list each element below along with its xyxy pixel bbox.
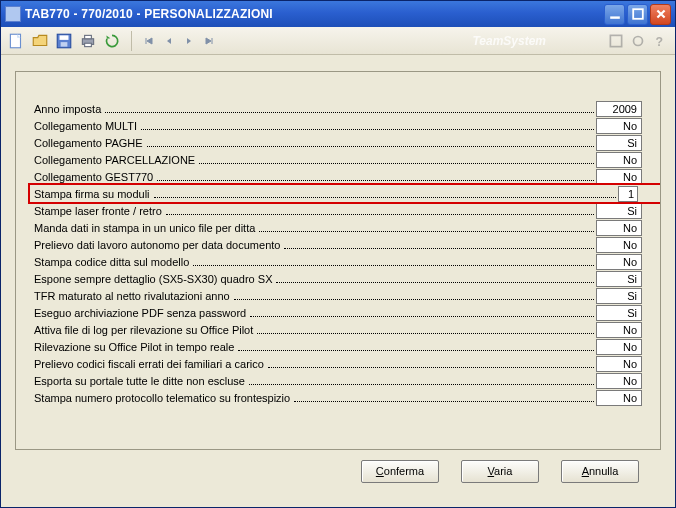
setting-value[interactable]: Si bbox=[596, 203, 642, 219]
brand-logo: TeamSystem bbox=[472, 34, 546, 48]
setting-value[interactable]: No bbox=[596, 373, 642, 389]
setting-label: Collegamento GEST770 bbox=[34, 171, 155, 183]
setting-value[interactable]: Si bbox=[596, 288, 642, 304]
vary-button[interactable]: Varia bbox=[461, 460, 539, 483]
leader-dots bbox=[284, 239, 594, 249]
leader-dots bbox=[193, 256, 594, 266]
setting-value[interactable]: Si bbox=[596, 271, 642, 287]
leader-dots bbox=[166, 205, 594, 215]
leader-dots bbox=[250, 307, 594, 317]
nav-prev-icon[interactable] bbox=[162, 34, 176, 48]
setting-value[interactable]: Si bbox=[596, 135, 642, 151]
setting-value[interactable]: No bbox=[596, 339, 642, 355]
leader-dots bbox=[259, 222, 594, 232]
close-button[interactable] bbox=[650, 4, 671, 25]
setting-value[interactable]: No bbox=[596, 152, 642, 168]
leader-dots bbox=[238, 341, 594, 351]
leader-dots bbox=[268, 358, 594, 368]
app-window: TAB770 - 770/2010 - PERSONALIZZAZIONI Te… bbox=[0, 0, 676, 508]
setting-label: Espone sempre dettaglio (SX5-SX30) quadr… bbox=[34, 273, 274, 285]
new-doc-icon[interactable] bbox=[7, 32, 25, 50]
toolbar: TeamSystem ? bbox=[1, 27, 675, 55]
setting-row: Manda dati in stampa in un unico file pe… bbox=[34, 219, 642, 236]
setting-label: Stampa numero protocollo telematico su f… bbox=[34, 392, 292, 404]
setting-label: Rilevazione su Office Pilot in tempo rea… bbox=[34, 341, 236, 353]
setting-value[interactable]: No bbox=[596, 118, 642, 134]
titlebar[interactable]: TAB770 - 770/2010 - PERSONALIZZAZIONI bbox=[1, 1, 675, 27]
setting-label: Eseguo archiviazione PDF senza password bbox=[34, 307, 248, 319]
svg-rect-9 bbox=[610, 35, 621, 46]
setting-label: Collegamento MULTI bbox=[34, 120, 139, 132]
window-title: TAB770 - 770/2010 - PERSONALIZZAZIONI bbox=[25, 7, 604, 21]
minimize-button[interactable] bbox=[604, 4, 625, 25]
leader-dots bbox=[234, 290, 594, 300]
setting-row: Collegamento PAGHESi bbox=[34, 134, 642, 151]
help-icon[interactable]: ? bbox=[651, 32, 669, 50]
leader-dots bbox=[257, 324, 594, 334]
svg-rect-7 bbox=[85, 35, 92, 38]
nav-first-icon[interactable] bbox=[142, 34, 156, 48]
highlight-code-input[interactable]: 1 bbox=[618, 186, 638, 202]
setting-row: Esporta su portale tutte le ditte non es… bbox=[34, 372, 642, 389]
leader-dots bbox=[276, 273, 594, 283]
tool-right-2-icon[interactable] bbox=[629, 32, 647, 50]
nav-next-icon[interactable] bbox=[182, 34, 196, 48]
setting-value[interactable]: No bbox=[596, 220, 642, 236]
tool-right-1-icon[interactable] bbox=[607, 32, 625, 50]
setting-row: Attiva file di log per rilevazione su Of… bbox=[34, 321, 642, 338]
maximize-button[interactable] bbox=[627, 4, 648, 25]
setting-value[interactable]: No bbox=[596, 169, 642, 185]
svg-rect-4 bbox=[60, 35, 69, 40]
setting-row: Stampa numero protocollo telematico su f… bbox=[34, 389, 642, 406]
confirm-button[interactable]: Conferma bbox=[361, 460, 439, 483]
open-folder-icon[interactable] bbox=[31, 32, 49, 50]
setting-value[interactable]: No bbox=[596, 254, 642, 270]
setting-row: Prelievo codici fiscali errati dei famil… bbox=[34, 355, 642, 372]
setting-label: Esporta su portale tutte le ditte non es… bbox=[34, 375, 247, 387]
svg-text:?: ? bbox=[656, 34, 664, 48]
setting-value[interactable]: 2009 bbox=[596, 101, 642, 117]
leader-dots bbox=[199, 154, 594, 164]
leader-dots bbox=[154, 188, 616, 198]
settings-panel: Anno imposta2009Collegamento MULTINoColl… bbox=[15, 71, 661, 450]
refresh-icon[interactable] bbox=[103, 32, 121, 50]
setting-label: Prelievo codici fiscali errati dei famil… bbox=[34, 358, 266, 370]
leader-dots bbox=[157, 171, 594, 181]
setting-row: Collegamento MULTINo bbox=[34, 117, 642, 134]
svg-rect-0 bbox=[610, 16, 620, 18]
app-icon bbox=[5, 6, 21, 22]
setting-label: Prelievo dati lavoro autonomo per data d… bbox=[34, 239, 282, 251]
leader-dots bbox=[141, 120, 594, 130]
setting-value[interactable]: No bbox=[596, 237, 642, 253]
footer-buttons: Conferma Varia Annulla bbox=[15, 450, 661, 499]
setting-row: Anno imposta2009 bbox=[34, 100, 642, 117]
svg-rect-1 bbox=[633, 9, 643, 19]
print-icon[interactable] bbox=[79, 32, 97, 50]
setting-row: Rilevazione su Office Pilot in tempo rea… bbox=[34, 338, 642, 355]
nav-last-icon[interactable] bbox=[202, 34, 216, 48]
setting-label: Collegamento PAGHE bbox=[34, 137, 145, 149]
save-icon[interactable] bbox=[55, 32, 73, 50]
cancel-button[interactable]: Annulla bbox=[561, 460, 639, 483]
svg-rect-5 bbox=[61, 42, 68, 47]
setting-row: TFR maturato al netto rivalutazioni anno… bbox=[34, 287, 642, 304]
setting-row: Collegamento PARCELLAZIONENo bbox=[34, 151, 642, 168]
setting-label: Attiva file di log per rilevazione su Of… bbox=[34, 324, 255, 336]
setting-row: Stampa codice ditta sul modelloNo bbox=[34, 253, 642, 270]
setting-row: Espone sempre dettaglio (SX5-SX30) quadr… bbox=[34, 270, 642, 287]
setting-label: TFR maturato al netto rivalutazioni anno bbox=[34, 290, 232, 302]
setting-label: Anno imposta bbox=[34, 103, 103, 115]
setting-value[interactable]: No bbox=[596, 390, 642, 406]
setting-row: Collegamento GEST770No bbox=[34, 168, 642, 185]
setting-value[interactable]: Si bbox=[596, 305, 642, 321]
setting-label: Stampe laser fronte / retro bbox=[34, 205, 164, 217]
setting-value[interactable]: No bbox=[596, 356, 642, 372]
leader-dots bbox=[294, 392, 594, 402]
setting-label: Collegamento PARCELLAZIONE bbox=[34, 154, 197, 166]
setting-row: Stampe laser fronte / retroSi bbox=[34, 202, 642, 219]
setting-row: Stampa firma su moduli1Presente bbox=[34, 185, 642, 202]
setting-row: Prelievo dati lavoro autonomo per data d… bbox=[34, 236, 642, 253]
setting-value[interactable]: No bbox=[596, 322, 642, 338]
svg-rect-8 bbox=[85, 43, 92, 46]
leader-dots bbox=[105, 103, 594, 113]
